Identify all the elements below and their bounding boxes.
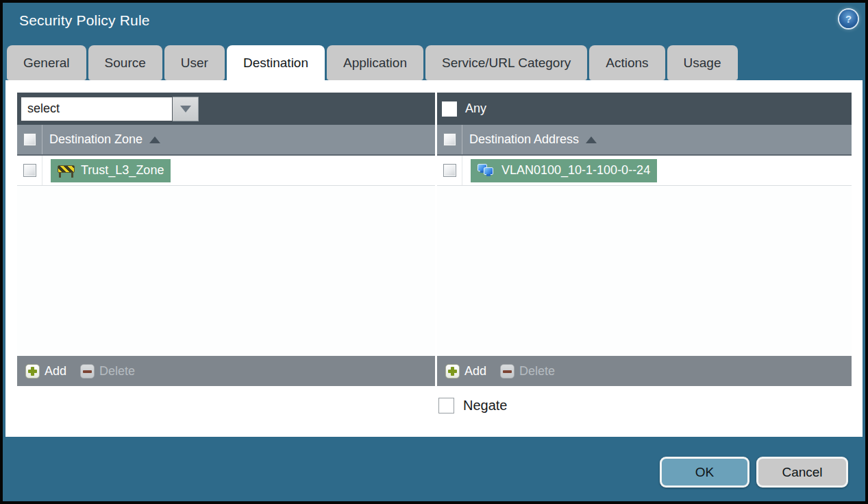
any-checkbox[interactable] bbox=[442, 101, 457, 117]
plus-icon bbox=[25, 364, 40, 379]
tab-application[interactable]: Application bbox=[327, 45, 423, 80]
table-row: VLAN0100_10-1-100-0--24 bbox=[437, 156, 852, 186]
tab-service-url-category[interactable]: Service/URL Category bbox=[425, 45, 587, 80]
delete-button-label: Delete bbox=[99, 364, 135, 379]
add-button-label: Add bbox=[464, 364, 486, 379]
zone-cell: Trust_L3_Zone bbox=[42, 159, 171, 182]
zone-chip[interactable]: Trust_L3_Zone bbox=[51, 159, 171, 182]
any-label: Any bbox=[465, 101, 486, 116]
address-panel-toolbar: Any bbox=[437, 93, 852, 125]
destination-tab-content: select Destination Zone bbox=[5, 80, 863, 437]
address-table-body: VLAN0100_10-1-100-0--24 bbox=[437, 156, 852, 356]
address-header-checkbox-cell bbox=[437, 133, 462, 146]
tab-bar: General Source User Destination Applicat… bbox=[7, 45, 738, 84]
column-header-destination-address[interactable]: Destination Address bbox=[469, 132, 579, 147]
plus-icon bbox=[445, 364, 460, 379]
network-address-icon bbox=[478, 163, 495, 178]
tab-general[interactable]: General bbox=[7, 45, 86, 80]
cancel-button[interactable]: Cancel bbox=[756, 457, 848, 488]
minus-icon bbox=[500, 364, 514, 379]
sort-ascending-icon bbox=[149, 136, 160, 143]
row-checkbox-cell bbox=[17, 164, 42, 177]
select-all-zones-checkbox[interactable] bbox=[23, 133, 36, 146]
delete-zone-button[interactable]: Delete bbox=[80, 364, 135, 379]
security-policy-rule-dialog: Security Policy Rule ? General Source Us… bbox=[3, 3, 865, 501]
add-address-button[interactable]: Add bbox=[445, 364, 486, 379]
add-zone-button[interactable]: Add bbox=[25, 364, 66, 379]
sort-ascending-icon bbox=[586, 136, 597, 143]
address-table-header: Destination Address bbox=[437, 125, 852, 156]
ok-button[interactable]: OK bbox=[660, 457, 749, 488]
help-icon[interactable]: ? bbox=[839, 10, 858, 28]
screen: Security Policy Rule ? General Source Us… bbox=[0, 0, 868, 504]
tab-actions[interactable]: Actions bbox=[589, 45, 665, 80]
zone-select-combo: select bbox=[21, 97, 199, 121]
address-chip-label: VLAN0100_10-1-100-0--24 bbox=[501, 163, 650, 178]
zone-icon bbox=[58, 164, 75, 178]
zone-panel-footer: Add Delete bbox=[17, 356, 435, 386]
negate-label: Negate bbox=[463, 398, 508, 413]
zone-row-checkbox[interactable] bbox=[23, 164, 36, 177]
zone-header-checkbox-cell bbox=[17, 133, 42, 146]
zone-select-input[interactable]: select bbox=[21, 97, 173, 121]
tab-usage[interactable]: Usage bbox=[667, 45, 738, 80]
negate-group: Negate bbox=[438, 398, 508, 413]
address-row-checkbox[interactable] bbox=[443, 164, 456, 177]
address-chip[interactable]: VLAN0100_10-1-100-0--24 bbox=[471, 159, 657, 182]
zone-chip-label: Trust_L3_Zone bbox=[81, 163, 164, 178]
column-header-destination-zone[interactable]: Destination Zone bbox=[49, 132, 142, 147]
zone-table-body: Trust_L3_Zone bbox=[17, 156, 435, 356]
table-row: Trust_L3_Zone bbox=[17, 156, 435, 186]
delete-button-label: Delete bbox=[519, 364, 555, 379]
column-divider bbox=[42, 125, 42, 154]
chevron-down-icon bbox=[180, 106, 191, 112]
tab-destination[interactable]: Destination bbox=[227, 45, 325, 84]
row-checkbox-cell bbox=[437, 164, 462, 177]
dialog-title: Security Policy Rule bbox=[19, 12, 150, 29]
add-button-label: Add bbox=[45, 364, 66, 379]
tab-user[interactable]: User bbox=[164, 45, 225, 80]
minus-icon bbox=[80, 364, 95, 379]
select-all-addresses-checkbox[interactable] bbox=[443, 133, 456, 146]
any-group: Any bbox=[442, 101, 486, 117]
tab-source[interactable]: Source bbox=[88, 45, 162, 80]
destination-zone-panel: select Destination Zone bbox=[17, 93, 435, 386]
zone-select-dropdown-button[interactable] bbox=[173, 97, 199, 121]
destination-address-panel: Any Destination Address bbox=[437, 93, 852, 386]
negate-checkbox[interactable] bbox=[438, 398, 454, 413]
column-divider bbox=[462, 125, 462, 154]
address-cell: VLAN0100_10-1-100-0--24 bbox=[462, 159, 657, 182]
delete-address-button[interactable]: Delete bbox=[500, 364, 555, 379]
zone-panel-toolbar: select bbox=[17, 93, 435, 125]
address-panel-footer: Add Delete bbox=[437, 356, 852, 386]
zone-table-header: Destination Zone bbox=[17, 125, 435, 156]
